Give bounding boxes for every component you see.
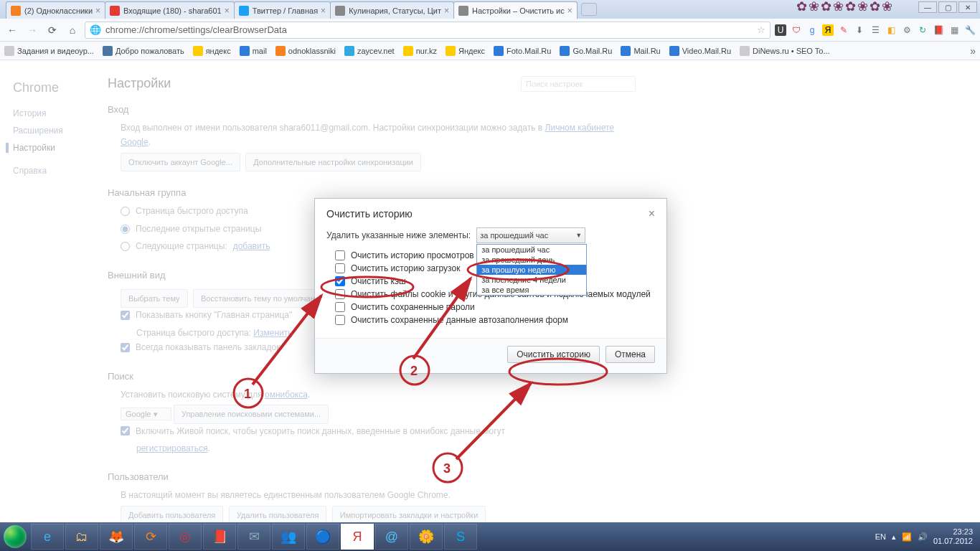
chevron-down-icon: ▼ bbox=[575, 232, 582, 239]
bookmark-item[interactable]: nur.kz bbox=[403, 46, 437, 56]
clear-browsing-history-checkbox[interactable] bbox=[335, 250, 345, 260]
bookmark-item[interactable]: Задания и видеоур... bbox=[4, 46, 94, 56]
tab[interactable]: (2) Одноклассники× bbox=[6, 1, 105, 19]
clear-passwords-checkbox[interactable] bbox=[335, 302, 345, 312]
taskbar-item-skype[interactable]: S bbox=[444, 524, 477, 550]
dropdown-option[interactable]: за прошедший день bbox=[477, 255, 586, 265]
tray-clock[interactable]: 23:23 01.07.2012 bbox=[933, 527, 973, 546]
time-range-label: Удалить указанные ниже элементы: bbox=[326, 230, 471, 240]
clear-autofill-checkbox[interactable] bbox=[335, 315, 345, 325]
home-button[interactable]: ⌂ bbox=[65, 22, 80, 38]
clear-downloads-checkbox[interactable] bbox=[335, 263, 345, 273]
tray-show-hidden-icon[interactable]: ▴ bbox=[892, 532, 896, 542]
dropdown-option[interactable]: за последние 4 недели bbox=[477, 275, 586, 285]
address-bar[interactable]: 🌐 chrome://chrome/settings/clearBrowserD… bbox=[85, 22, 771, 39]
new-tab-button[interactable] bbox=[581, 3, 597, 16]
wrench-menu-icon[interactable]: 🔧 bbox=[964, 24, 976, 36]
ext-icon[interactable]: ⬇ bbox=[854, 24, 865, 36]
clear-history-button[interactable]: Очистить историю bbox=[507, 346, 600, 363]
ext-icon[interactable]: ✎ bbox=[838, 24, 849, 36]
bookmark-item[interactable]: яндекс bbox=[193, 46, 231, 56]
tab[interactable]: Твиттер / Главная× bbox=[234, 1, 331, 19]
tab-close-icon[interactable]: × bbox=[321, 6, 326, 16]
tab-title: Твиттер / Главная bbox=[253, 6, 318, 15]
tray-volume-icon[interactable]: 🔊 bbox=[918, 532, 928, 542]
taskbar-item-chrome[interactable]: 🔵 bbox=[306, 524, 339, 550]
ext-icon[interactable]: ▦ bbox=[948, 24, 960, 36]
windows-orb-icon bbox=[4, 525, 27, 548]
bookmark-item[interactable]: Mail.Ru bbox=[621, 46, 660, 56]
bookmark-star-icon[interactable]: ☆ bbox=[757, 24, 765, 35]
tab[interactable]: Кулинария, Статусы, Цит× bbox=[330, 1, 454, 19]
taskbar-item[interactable]: ◎ bbox=[169, 524, 202, 550]
tab-close-icon[interactable]: × bbox=[225, 6, 230, 16]
ext-icon[interactable]: g bbox=[806, 24, 818, 36]
bookmark-item[interactable]: Добро пожаловать bbox=[103, 46, 184, 56]
window-maximize-icon[interactable]: ▢ bbox=[938, 1, 957, 13]
bookmark-item[interactable]: mail bbox=[240, 46, 267, 56]
bookmarks-overflow-icon[interactable]: » bbox=[970, 45, 976, 57]
bookmark-item[interactable]: zaycev.net bbox=[344, 46, 395, 56]
dropdown-option-selected[interactable]: за прошлую неделю bbox=[477, 265, 586, 275]
reload-button[interactable]: ⟳ bbox=[44, 22, 60, 38]
bookmark-item[interactable]: Video.Mail.Ru bbox=[669, 46, 731, 56]
dropdown-option[interactable]: за прошедший час bbox=[477, 245, 586, 255]
taskbar-item-explorer[interactable]: 🗂 bbox=[65, 524, 98, 550]
taskbar-item-yandex[interactable]: Я bbox=[341, 524, 374, 550]
time-range-dropdown: за прошедший час за прошедший день за пр… bbox=[476, 244, 587, 296]
taskbar-item-mailru[interactable]: @ bbox=[375, 524, 408, 550]
ext-icon[interactable]: 🛡 bbox=[791, 24, 802, 36]
time-range-select[interactable]: за прошедший час▼ за прошедший час за пр… bbox=[476, 227, 585, 243]
window-minimize-icon[interactable]: — bbox=[918, 1, 937, 13]
tab-title: (2) Одноклассники bbox=[24, 6, 93, 15]
ext-icon[interactable]: ↻ bbox=[917, 24, 928, 36]
tab-close-icon[interactable]: × bbox=[444, 6, 449, 16]
theme-decoration: ✿❀✿❀✿❀✿❀ bbox=[796, 0, 894, 14]
bookmark-item[interactable]: Foto.Mail.Ru bbox=[494, 46, 551, 56]
taskbar-item-firefox[interactable]: 🦊 bbox=[100, 524, 133, 550]
bookmark-item[interactable]: Яндекс bbox=[446, 46, 485, 56]
bookmark-item[interactable]: odnoklassniki bbox=[275, 46, 336, 56]
bookmarks-bar: Задания и видеоур... Добро пожаловать ян… bbox=[0, 42, 980, 60]
dialog-close-icon[interactable]: × bbox=[649, 207, 655, 220]
bookmark-item[interactable]: DiNews.ru • SEO To... bbox=[740, 46, 830, 56]
url-text: chrome://chrome/settings/clearBrowserDat… bbox=[105, 24, 287, 35]
taskbar-item[interactable]: ✉ bbox=[237, 524, 270, 550]
tab-close-icon[interactable]: × bbox=[567, 6, 573, 16]
window-close-icon[interactable]: ✕ bbox=[958, 1, 977, 13]
tab[interactable]: Входящие (180) - shara601× bbox=[105, 1, 235, 19]
ext-icon[interactable]: U bbox=[775, 24, 786, 36]
taskbar-item[interactable]: 📕 bbox=[203, 524, 236, 550]
ext-icon[interactable]: ☰ bbox=[870, 24, 881, 36]
tray-lang[interactable]: EN bbox=[875, 532, 886, 541]
globe-icon: 🌐 bbox=[90, 24, 101, 35]
dialog-title: Очистить историю bbox=[326, 208, 413, 220]
ext-icon[interactable]: ◧ bbox=[885, 24, 897, 36]
cancel-button[interactable]: Отмена bbox=[606, 346, 655, 363]
tab-title: Кулинария, Статусы, Цит bbox=[349, 6, 441, 15]
window-controls: — ▢ ✕ bbox=[918, 1, 977, 13]
ext-icon[interactable]: 📕 bbox=[933, 24, 944, 36]
taskbar-item-icq[interactable]: 🌼 bbox=[410, 524, 443, 550]
back-button[interactable]: ← bbox=[4, 22, 20, 38]
nav-bar: ← → ⟳ ⌂ 🌐 chrome://chrome/settings/clear… bbox=[0, 19, 980, 42]
ext-icon[interactable]: ⚙ bbox=[901, 24, 913, 36]
bookmark-item[interactable]: Go.Mail.Ru bbox=[560, 46, 612, 56]
windows-taskbar: e 🗂 🦊 ⟳ ◎ 📕 ✉ 👥 🔵 Я @ 🌼 S EN ▴ 📶 🔊 23:23… bbox=[0, 522, 980, 551]
clear-cache-checkbox[interactable] bbox=[335, 276, 345, 286]
taskbar-item[interactable]: ⟳ bbox=[134, 524, 167, 550]
taskbar-item[interactable]: 👥 bbox=[272, 524, 305, 550]
tab-close-icon[interactable]: × bbox=[95, 6, 100, 16]
extensions-area: U 🛡 g Я ✎ ⬇ ☰ ◧ ⚙ ↻ 📕 ▦ 🔧 bbox=[775, 24, 976, 36]
ext-icon[interactable]: Я bbox=[822, 24, 834, 36]
tab-title: Настройки – Очистить ис bbox=[472, 6, 565, 15]
browser-tabs-bar: ✿❀✿❀✿❀✿❀ (2) Одноклассники× Входящие (18… bbox=[0, 0, 980, 19]
clear-cookies-checkbox[interactable] bbox=[335, 289, 345, 299]
tab-active[interactable]: Настройки – Очистить ис× bbox=[453, 1, 578, 19]
clear-history-dialog: Очистить историю × Удалить указанные ниж… bbox=[314, 198, 667, 374]
tray-network-icon[interactable]: 📶 bbox=[902, 532, 912, 542]
start-button[interactable] bbox=[0, 522, 30, 551]
taskbar-item-ie[interactable]: e bbox=[31, 524, 64, 550]
forward-button[interactable]: → bbox=[24, 22, 40, 38]
dropdown-option[interactable]: за все время bbox=[477, 285, 586, 295]
